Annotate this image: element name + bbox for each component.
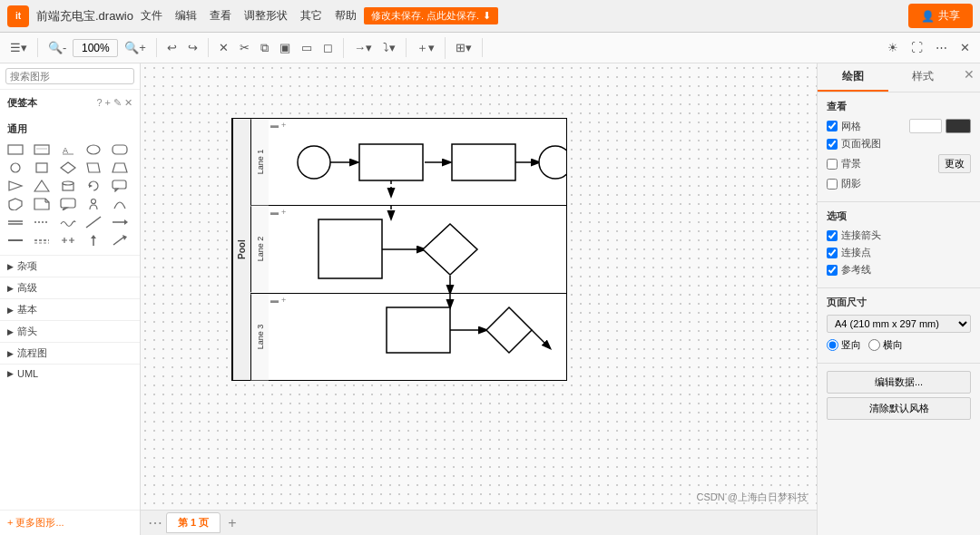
shape-arc[interactable]: [110, 196, 130, 212]
unsaved-banner[interactable]: 修改未保存. 点此处保存. ⬇: [364, 7, 498, 24]
edit-data-btn[interactable]: 编辑数据...: [827, 371, 971, 394]
guidelines-checkbox[interactable]: [827, 265, 838, 276]
rect-3[interactable]: [318, 219, 382, 278]
background-checkbox[interactable]: [827, 159, 838, 170]
sidebar-section-jiantou[interactable]: ▶ 箭头: [0, 320, 140, 342]
redo-btn[interactable]: ↪: [183, 38, 202, 57]
section-header-tongyong[interactable]: 通用: [0, 120, 140, 139]
zoom-display[interactable]: 100%: [73, 39, 118, 57]
menu-help[interactable]: 帮助: [335, 8, 357, 24]
shape-text[interactable]: A: [58, 141, 78, 158]
panel-close-btn[interactable]: ✕: [958, 63, 980, 92]
menu-file[interactable]: 文件: [141, 8, 162, 24]
more-shapes-link[interactable]: + 更多图形...: [0, 510, 140, 535]
end-circle[interactable]: [539, 146, 566, 179]
connect-arrow-checkbox[interactable]: [827, 230, 838, 241]
shape-diagonal[interactable]: [83, 214, 103, 230]
shadow-btn[interactable]: ◻: [318, 38, 338, 57]
shape-dotted-line[interactable]: [32, 214, 52, 230]
menu-edit[interactable]: 编辑: [175, 8, 197, 24]
page-tab-1[interactable]: 第 1 页: [166, 512, 220, 533]
diagram-container[interactable]: Pool Lane 1 ▬ +: [231, 118, 567, 381]
shape-diamond[interactable]: [58, 160, 78, 176]
view-toggle-btn[interactable]: ☰▾: [5, 38, 32, 57]
menu-other[interactable]: 其它: [300, 8, 322, 24]
diamond-1[interactable]: [423, 224, 477, 275]
connect-point-checkbox[interactable]: [827, 248, 838, 258]
search-input[interactable]: [5, 68, 134, 84]
undo-btn[interactable]: ↩: [162, 38, 181, 57]
copy-btn[interactable]: ⧉: [256, 38, 273, 58]
zoom-in-btn[interactable]: 🔍+: [120, 38, 151, 57]
menu-shape[interactable]: 调整形状: [244, 8, 288, 24]
change-background-btn[interactable]: 更改: [938, 154, 971, 173]
diamond-2[interactable]: [486, 307, 532, 353]
grid-checkbox[interactable]: [827, 121, 838, 131]
delete-btn[interactable]: ✕: [214, 38, 233, 57]
clear-style-btn[interactable]: 清除默认风格: [827, 397, 971, 420]
shape-dash-line2[interactable]: [32, 232, 52, 248]
landscape-radio[interactable]: [868, 339, 880, 351]
rect-1[interactable]: [359, 144, 423, 180]
canvas-area[interactable]: Pool Lane 1 ▬ +: [141, 63, 817, 535]
edit-icon[interactable]: ✎: [113, 97, 122, 109]
sun-icon[interactable]: ☀: [883, 38, 903, 57]
share-button[interactable]: 👤 共享: [908, 4, 973, 28]
shape-line[interactable]: [5, 232, 25, 248]
sidebar-section-zaxa[interactable]: ▶ 杂项: [0, 255, 140, 277]
shape-triangle[interactable]: [32, 178, 52, 194]
grid-value-input[interactable]: 10 pt: [909, 119, 942, 133]
shape-person[interactable]: [83, 196, 103, 212]
connector-btn[interactable]: ⤵▾: [378, 38, 400, 57]
shape-trapezoid[interactable]: [110, 160, 130, 176]
sidebar-section-gaoji[interactable]: ▶ 高级: [0, 277, 140, 298]
sidebar-section-uml[interactable]: ▶ UML: [0, 364, 140, 383]
zoom-out-btn[interactable]: 🔍-: [44, 38, 71, 57]
tab-style[interactable]: 样式: [888, 63, 959, 92]
line-btn[interactable]: ▭: [297, 38, 317, 57]
shape-square[interactable]: [32, 160, 52, 176]
help-icon[interactable]: ?: [96, 97, 102, 109]
insert-btn[interactable]: ＋▾: [412, 37, 439, 59]
shape-note[interactable]: [32, 196, 52, 212]
shape-rounded-rect[interactable]: [110, 141, 130, 158]
tab-drawing[interactable]: 绘图: [818, 63, 888, 92]
shadow-checkbox[interactable]: [827, 179, 838, 190]
sidebar-section-liucheng[interactable]: ▶ 流程图: [0, 342, 140, 364]
shape-rect-text[interactable]: [32, 141, 52, 158]
section-header-bianqianben[interactable]: 便签本 ? + ✎ ✕: [0, 93, 140, 112]
shape-arrow-up[interactable]: [83, 232, 103, 248]
rect-2[interactable]: [452, 144, 515, 180]
close-panel-btn[interactable]: ✕: [956, 38, 975, 57]
shape-parallelogram[interactable]: [83, 160, 103, 176]
shape-rect[interactable]: [5, 141, 25, 158]
shape-wave[interactable]: [58, 214, 78, 230]
more-btn[interactable]: ⋯: [931, 38, 952, 57]
close-icon[interactable]: ✕: [124, 97, 132, 109]
shape-arrow-diag[interactable]: [110, 232, 130, 248]
table-btn[interactable]: ⊞▾: [451, 38, 476, 57]
shape-ellipse[interactable]: [83, 141, 103, 158]
menu-view[interactable]: 查看: [210, 8, 231, 24]
shape-refresh[interactable]: [83, 178, 103, 194]
grid-color-box[interactable]: [946, 119, 971, 133]
add-icon[interactable]: +: [105, 97, 111, 109]
shape-arrow-right[interactable]: [110, 214, 130, 230]
pageview-checkbox[interactable]: [827, 139, 838, 150]
fullscreen-btn[interactable]: ⛶: [906, 38, 927, 57]
fill-btn[interactable]: ▣: [275, 38, 295, 57]
cut-btn[interactable]: ✂: [235, 38, 254, 57]
page-size-select[interactable]: A4 (210 mm x 297 mm): [827, 315, 971, 333]
shape-double-line[interactable]: [5, 214, 25, 230]
shape-play[interactable]: [5, 178, 25, 194]
page-tab-more-btn[interactable]: ⋯: [148, 514, 162, 531]
shape-callout[interactable]: [110, 178, 130, 194]
start-circle[interactable]: [298, 146, 330, 179]
shape-shield[interactable]: [5, 196, 25, 212]
portrait-radio[interactable]: [827, 339, 838, 351]
shape-link[interactable]: [58, 232, 78, 248]
shape-circle[interactable]: [5, 160, 25, 176]
rect-4[interactable]: [387, 307, 450, 353]
shape-speech[interactable]: [58, 196, 78, 212]
sidebar-section-jiben[interactable]: ▶ 基本: [0, 298, 140, 320]
